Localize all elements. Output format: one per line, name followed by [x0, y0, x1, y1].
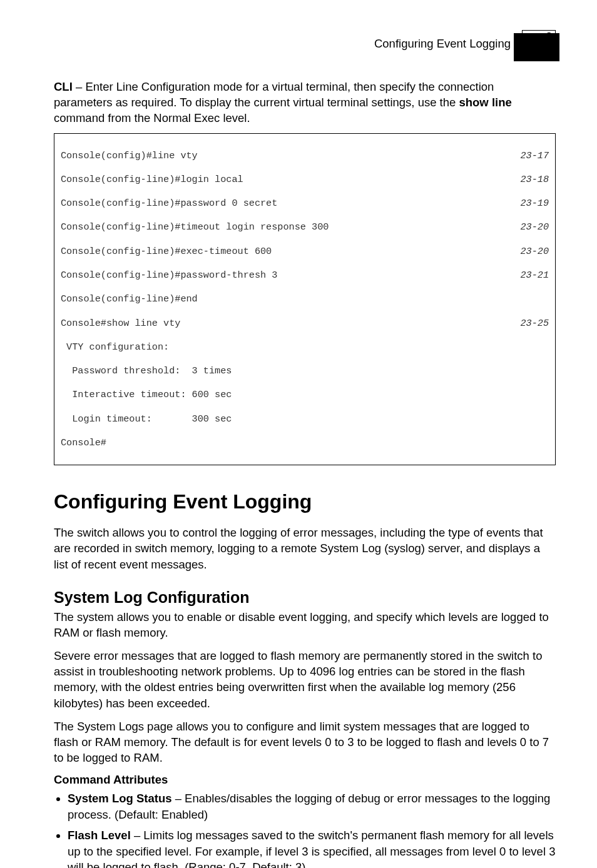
command-attributes-heading: Command Attributes: [54, 773, 556, 787]
running-title: Configuring Event Logging: [374, 37, 511, 51]
section-title-configuring-event-logging: Configuring Event Logging: [54, 490, 556, 513]
section-desc: The switch allows you to control the log…: [54, 525, 556, 572]
list-item: Flash Level – Limits log messages saved …: [68, 827, 556, 868]
chapter-number: 4: [538, 26, 551, 58]
syslog-p2: Severe error messages that are logged to…: [54, 648, 556, 711]
attr-name-flash-level: Flash Level: [68, 829, 131, 842]
subsection-title-system-log-configuration: System Log Configuration: [54, 588, 556, 607]
running-header: Configuring Event Logging 4: [54, 30, 556, 58]
cli-output-block: Console(config)#line vty23-17 Console(co…: [54, 133, 556, 465]
show-line-cmd: show line: [459, 96, 511, 109]
syslog-p3: The System Logs page allows you to confi…: [54, 719, 556, 765]
syslog-p1: The system allows you to enable or disab…: [54, 609, 556, 640]
intro-paragraph: CLI – Enter Line Configuration mode for …: [54, 79, 556, 126]
command-attributes-list: System Log Status – Enables/disables the…: [54, 790, 556, 868]
cli-label: CLI: [54, 80, 73, 93]
list-item: System Log Status – Enables/disables the…: [68, 790, 556, 822]
chapter-badge: 4: [511, 30, 556, 58]
attr-name-system-log-status: System Log Status: [68, 792, 172, 805]
